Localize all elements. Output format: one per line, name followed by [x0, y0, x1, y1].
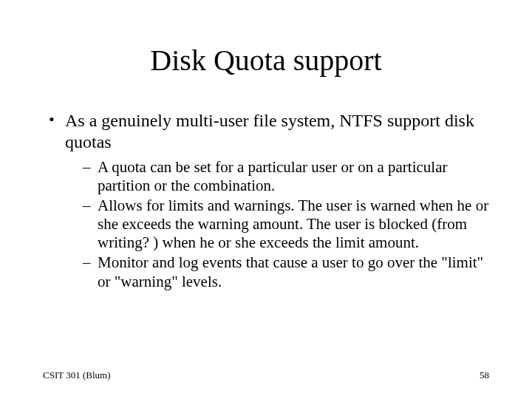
bullet-text: Allows for limits and warnings. The user… — [98, 197, 488, 251]
slide-footer: CSIT 301 (Blum) 58 — [43, 369, 489, 381]
list-item: Monitor and log events that cause a user… — [83, 253, 489, 290]
list-item: A quota can be set for a particular user… — [83, 158, 489, 195]
bullet-text: Monitor and log events that cause a user… — [98, 253, 483, 290]
bullet-text: As a genuinely multi-user file system, N… — [65, 111, 474, 151]
footer-page-number: 58 — [480, 369, 489, 381]
list-item: Allows for limits and warnings. The user… — [83, 197, 489, 253]
slide-title: Disk Quota support — [43, 43, 489, 78]
slide-container: Disk Quota support As a genuinely multi-… — [0, 0, 532, 399]
bullet-list-level2: A quota can be set for a particular user… — [65, 158, 489, 291]
list-item: As a genuinely multi-user file system, N… — [47, 110, 489, 291]
bullet-text: A quota can be set for a particular user… — [98, 158, 447, 194]
bullet-list-level1: As a genuinely multi-user file system, N… — [43, 110, 489, 291]
footer-left: CSIT 301 (Blum) — [43, 369, 111, 381]
